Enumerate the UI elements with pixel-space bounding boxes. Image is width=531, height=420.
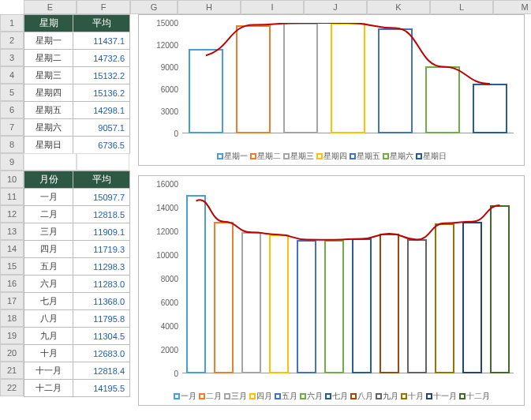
cell-label[interactable]: 星期六 xyxy=(24,119,73,137)
row-header-21[interactable]: 21 xyxy=(0,362,24,379)
row-header-15[interactable]: 15 xyxy=(0,257,24,275)
legend-item: 三月 xyxy=(223,391,247,402)
row-header-9[interactable]: 9 xyxy=(0,153,24,171)
cell-value[interactable]: 15097.7 xyxy=(73,189,130,206)
cell-label[interactable]: 星期五 xyxy=(24,102,73,119)
month-chart[interactable]: 0200040006000800010000120001400016000一月二… xyxy=(138,175,525,406)
table-header: 星期 xyxy=(24,15,73,32)
bar-十二月 xyxy=(490,205,510,373)
cell-value[interactable]: 14732.6 xyxy=(73,50,130,67)
table-row[interactable]: 一月15097.7 xyxy=(24,189,130,206)
table-row[interactable]: 星期六9057.1 xyxy=(24,119,130,137)
cell-label[interactable]: 十月 xyxy=(24,345,73,362)
table-row[interactable]: 九月11304.5 xyxy=(24,328,130,345)
month-table[interactable]: 月份 平均 一月15097.7二月12818.5三月11909.1四月11719… xyxy=(24,171,130,397)
table-row[interactable]: 七月11368.0 xyxy=(24,293,130,310)
row-header-3[interactable]: 3 xyxy=(0,49,24,66)
weekday-table[interactable]: 星期 平均 星期一11437.1星期二14732.6星期三15132.2星期四1… xyxy=(24,14,130,154)
cell-label[interactable]: 六月 xyxy=(24,276,73,293)
cell-label[interactable]: 星期二 xyxy=(24,50,73,67)
col-header-L[interactable]: L xyxy=(430,0,493,14)
bar-五月 xyxy=(297,240,316,373)
table-row[interactable]: 星期三15132.2 xyxy=(24,67,130,84)
table-row[interactable]: 十月12683.0 xyxy=(24,345,130,362)
cell-value[interactable]: 11437.1 xyxy=(73,32,130,50)
cell-value[interactable]: 11298.3 xyxy=(73,258,130,276)
cell-value[interactable]: 11304.5 xyxy=(73,328,130,345)
legend-item: 九月 xyxy=(375,391,398,402)
row-header-10[interactable]: 10 xyxy=(0,171,24,188)
cell-label[interactable]: 七月 xyxy=(24,293,73,310)
row-header-17[interactable]: 17 xyxy=(0,292,24,309)
cell-label[interactable]: 四月 xyxy=(24,241,73,258)
empty-row[interactable] xyxy=(24,153,130,171)
row-header-16[interactable]: 16 xyxy=(0,275,24,292)
table-row[interactable]: 六月11283.0 xyxy=(24,276,130,293)
row-header-20[interactable]: 20 xyxy=(0,344,24,362)
cell-label[interactable]: 星期四 xyxy=(24,84,73,102)
col-header-F[interactable]: F xyxy=(77,0,130,14)
col-header-K[interactable]: K xyxy=(367,0,430,14)
cell-value[interactable]: 11283.0 xyxy=(73,276,130,293)
cell-label[interactable]: 星期三 xyxy=(24,67,73,84)
row-header-18[interactable]: 18 xyxy=(0,309,24,327)
cell-value[interactable]: 11909.1 xyxy=(73,223,130,241)
row-header-14[interactable]: 14 xyxy=(0,240,24,257)
table-row[interactable]: 星期二14732.6 xyxy=(24,50,130,67)
cell-value[interactable]: 15132.2 xyxy=(73,67,130,84)
cell-value[interactable]: 9057.1 xyxy=(73,119,130,137)
cell-label[interactable]: 三月 xyxy=(24,223,73,241)
legend-item: 八月 xyxy=(350,391,373,402)
table-row[interactable]: 五月11298.3 xyxy=(24,258,130,276)
row-header-5[interactable]: 5 xyxy=(0,84,24,101)
row-header-2[interactable]: 2 xyxy=(0,32,24,49)
table-row[interactable]: 三月11909.1 xyxy=(24,223,130,241)
col-header-E[interactable]: E xyxy=(24,0,77,14)
row-header-4[interactable]: 4 xyxy=(0,66,24,84)
table-row[interactable]: 四月11719.3 xyxy=(24,241,130,258)
col-header-G[interactable]: G xyxy=(130,0,178,14)
row-header-8[interactable]: 8 xyxy=(0,136,24,153)
cell-value[interactable]: 11795.8 xyxy=(73,310,130,328)
weekday-chart[interactable]: 03000600090001200015000星期一星期二星期三星期四星期五星期… xyxy=(138,14,525,166)
table-row[interactable]: 星期一11437.1 xyxy=(24,32,130,50)
col-header-J[interactable]: J xyxy=(304,0,367,14)
col-header-M[interactable]: M xyxy=(493,0,531,14)
cell-value[interactable]: 12818.5 xyxy=(73,206,130,223)
table-row[interactable]: 八月11795.8 xyxy=(24,310,130,328)
table-row[interactable]: 星期四15136.2 xyxy=(24,84,130,102)
cell-label[interactable]: 二月 xyxy=(24,206,73,223)
cell-value[interactable]: 11719.3 xyxy=(73,241,130,258)
row-header-13[interactable]: 13 xyxy=(0,223,24,240)
cell-value[interactable]: 14298.1 xyxy=(73,102,130,119)
row-header-19[interactable]: 19 xyxy=(0,327,24,344)
cell-label[interactable]: 星期一 xyxy=(24,32,73,50)
cell-value[interactable]: 12818.4 xyxy=(73,362,130,380)
table-row[interactable]: 星期日6736.5 xyxy=(24,137,130,154)
table-row[interactable]: 十二月14195.5 xyxy=(24,380,130,397)
cell-value[interactable]: 15136.2 xyxy=(73,84,130,102)
cell-value[interactable]: 14195.5 xyxy=(73,380,130,397)
row-header-22[interactable]: 22 xyxy=(0,379,24,396)
row-header-11[interactable]: 11 xyxy=(0,188,24,205)
cell-label[interactable]: 五月 xyxy=(24,258,73,276)
cell-label[interactable]: 星期日 xyxy=(24,137,73,154)
table-row[interactable]: 二月12818.5 xyxy=(24,206,130,223)
row-header-1[interactable]: 1 xyxy=(0,14,24,32)
col-header-I[interactable]: I xyxy=(241,0,304,14)
table-row[interactable]: 星期五14298.1 xyxy=(24,102,130,119)
cell-label[interactable]: 九月 xyxy=(24,328,73,345)
table-header: 月份 xyxy=(24,171,73,189)
table-row[interactable]: 十一月12818.4 xyxy=(24,362,130,380)
row-header-12[interactable]: 12 xyxy=(0,205,24,223)
cell-label[interactable]: 一月 xyxy=(24,189,73,206)
cell-value[interactable]: 6736.5 xyxy=(73,137,130,154)
cell-label[interactable]: 十一月 xyxy=(24,362,73,380)
cell-label[interactable]: 十二月 xyxy=(24,380,73,397)
row-header-6[interactable]: 6 xyxy=(0,101,24,118)
cell-label[interactable]: 八月 xyxy=(24,310,73,328)
row-header-7[interactable]: 7 xyxy=(0,118,24,136)
col-header-H[interactable]: H xyxy=(178,0,241,14)
cell-value[interactable]: 12683.0 xyxy=(73,345,130,362)
cell-value[interactable]: 11368.0 xyxy=(73,293,130,310)
